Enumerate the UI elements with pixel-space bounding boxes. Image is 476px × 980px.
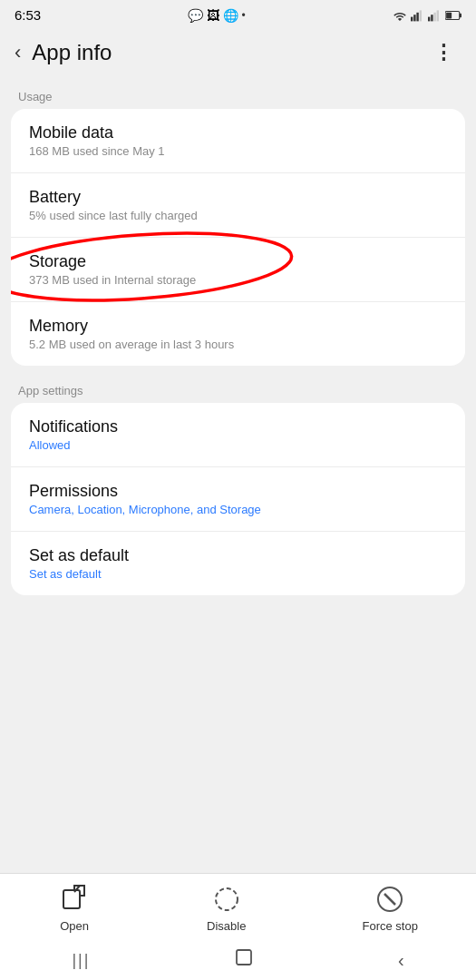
svg-rect-4 — [428, 16, 430, 21]
section-label-app-settings: App settings — [0, 375, 476, 403]
svg-rect-7 — [437, 10, 439, 21]
list-item-storage[interactable]: Storage 373 MB used in Internal storage — [11, 238, 465, 302]
permissions-subtitle: Camera, Location, Microphone, and Storag… — [29, 503, 447, 516]
usage-card: Mobile data 168 MB used since May 1 Batt… — [11, 109, 465, 366]
force-stop-label: Force stop — [363, 919, 418, 933]
recent-apps-button[interactable]: ||| — [72, 951, 90, 970]
storage-title: Storage — [29, 252, 447, 271]
set-default-title: Set as default — [29, 546, 447, 565]
permissions-title: Permissions — [29, 482, 447, 501]
signal-icon — [411, 9, 425, 22]
list-item-mobile-data[interactable]: Mobile data 168 MB used since May 1 — [11, 109, 465, 173]
more-options-button[interactable]: ⋮ — [426, 42, 461, 63]
list-item-memory[interactable]: Memory 5.2 MB used on average in last 3 … — [11, 302, 465, 366]
memory-title: Memory — [29, 317, 447, 336]
back-nav-button[interactable]: ‹ — [398, 950, 404, 971]
app-bar-left: ‹ App info — [7, 35, 112, 70]
battery-title: Battery — [29, 188, 447, 207]
open-icon — [58, 883, 91, 916]
signal2-icon — [428, 9, 442, 22]
disable-action[interactable]: Disable — [207, 883, 246, 933]
section-label-usage: Usage — [0, 81, 476, 109]
set-default-subtitle: Set as default — [29, 567, 447, 581]
battery-subtitle: 5% used since last fully charged — [29, 209, 447, 222]
globe-icon: 🌐 — [223, 8, 238, 23]
force-stop-icon — [374, 883, 406, 916]
svg-rect-9 — [460, 13, 461, 17]
svg-line-16 — [384, 894, 395, 905]
notifications-title: Notifications — [29, 417, 447, 436]
app-settings-card: Notifications Allowed Permissions Camera… — [11, 403, 465, 595]
bottom-action-bar: Open Disable Force stop — [0, 873, 476, 940]
status-bar: 6:53 💬 🖼 🌐 • — [0, 0, 476, 26]
dot-icon: • — [242, 9, 246, 22]
svg-point-14 — [216, 888, 238, 910]
list-item-permissions[interactable]: Permissions Camera, Location, Microphone… — [11, 467, 465, 532]
status-icons: 💬 🖼 🌐 • — [188, 8, 246, 23]
status-right-icons — [392, 9, 461, 22]
status-time: 6:53 — [15, 7, 41, 23]
page-title: App info — [32, 40, 112, 65]
svg-rect-6 — [433, 12, 435, 21]
svg-rect-1 — [413, 15, 415, 21]
back-button[interactable]: ‹ — [7, 35, 28, 70]
disable-icon — [210, 883, 243, 916]
memory-subtitle: 5.2 MB used on average in last 3 hours — [29, 338, 447, 351]
wifi-icon — [392, 9, 408, 22]
open-action[interactable]: Open — [58, 883, 91, 933]
mobile-data-subtitle: 168 MB used since May 1 — [29, 144, 447, 158]
svg-rect-3 — [420, 10, 422, 21]
disable-label: Disable — [207, 919, 246, 933]
svg-rect-10 — [446, 12, 452, 18]
svg-rect-17 — [237, 950, 251, 965]
list-item-battery[interactable]: Battery 5% used since last fully charged — [11, 173, 465, 238]
svg-rect-5 — [431, 15, 432, 21]
notifications-subtitle: Allowed — [29, 438, 447, 452]
mobile-data-title: Mobile data — [29, 123, 447, 142]
list-item-set-default[interactable]: Set as default Set as default — [11, 532, 465, 595]
storage-subtitle: 373 MB used in Internal storage — [29, 273, 447, 287]
list-item-notifications[interactable]: Notifications Allowed — [11, 403, 465, 467]
app-bar: ‹ App info ⋮ — [0, 26, 476, 81]
nav-bar: ||| ‹ — [0, 940, 476, 980]
svg-rect-2 — [416, 12, 418, 21]
svg-rect-0 — [411, 16, 413, 21]
open-label: Open — [60, 919, 89, 933]
svg-rect-12 — [63, 890, 80, 908]
home-button[interactable] — [234, 947, 254, 973]
force-stop-action[interactable]: Force stop — [363, 883, 418, 933]
gallery-icon: 🖼 — [207, 8, 219, 23]
battery-icon — [445, 9, 461, 22]
whatsapp-icon: 💬 — [188, 8, 203, 23]
